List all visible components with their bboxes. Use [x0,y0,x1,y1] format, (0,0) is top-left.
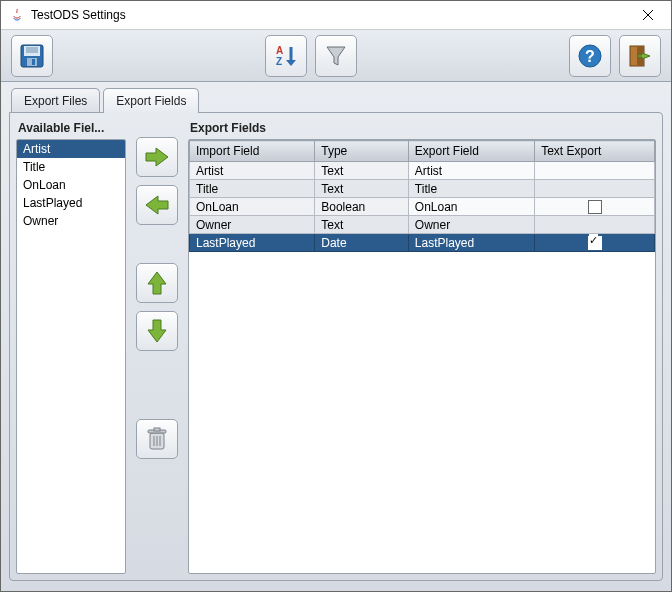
export-fields-table-wrap[interactable]: Import FieldTypeExport FieldText Export … [188,139,656,574]
close-icon [643,10,653,20]
svg-text:A: A [276,45,283,56]
svg-rect-8 [32,59,35,65]
sort-button[interactable]: A Z [265,35,307,77]
filter-button[interactable] [315,35,357,77]
cell-text-export[interactable] [535,234,655,252]
svg-marker-20 [146,148,168,166]
cell-text-export [535,162,655,180]
cell-type: Text [315,180,409,198]
export-fields-panel: Available Fiel... ArtistTitleOnLoanLastP… [9,112,663,581]
svg-text:Z: Z [276,56,282,67]
exit-icon [627,43,653,69]
window-title: TestODS Settings [31,8,633,22]
filter-icon [323,43,349,69]
tab-export-files[interactable]: Export Files [11,88,100,113]
cell-export[interactable]: Owner [408,216,534,234]
cell-export[interactable]: Artist [408,162,534,180]
table-header-row: Import FieldTypeExport FieldText Export [190,141,655,162]
available-fields-title: Available Fiel... [18,121,126,135]
remove-field-button[interactable] [136,185,178,225]
title-bar: TestODS Settings [1,1,671,30]
save-button[interactable] [11,35,53,77]
sort-az-icon: A Z [273,43,299,69]
list-item[interactable]: Title [17,158,125,176]
cell-text-export [535,216,655,234]
list-item[interactable]: Artist [17,140,125,158]
arrow-left-icon [144,194,170,216]
svg-marker-12 [286,60,296,66]
cell-text-export [535,180,655,198]
save-icon [19,43,45,69]
cell-export[interactable]: OnLoan [408,198,534,216]
cell-export[interactable]: LastPlayed [408,234,534,252]
svg-marker-21 [146,196,168,214]
content-area: Export FilesExport Fields Available Fiel… [1,82,671,591]
table-row[interactable]: OwnerTextOwner [190,216,655,234]
table-row[interactable]: LastPlayedDateLastPlayed [190,234,655,252]
arrow-down-icon [146,318,168,344]
export-fields-column: Export Fields Import FieldTypeExport Fie… [188,119,656,574]
list-item[interactable]: OnLoan [17,176,125,194]
svg-marker-22 [148,272,166,294]
trash-icon [146,427,168,451]
tab-row: Export FilesExport Fields [9,88,663,113]
list-item[interactable]: LastPlayed [17,194,125,212]
cell-text-export[interactable] [535,198,655,216]
column-header[interactable]: Import Field [190,141,315,162]
export-fields-table: Import FieldTypeExport FieldText Export … [189,140,655,252]
cell-import: Artist [190,162,315,180]
toolbar: A Z ? [1,30,671,82]
add-field-button[interactable] [136,137,178,177]
cell-import: OnLoan [190,198,315,216]
column-header[interactable]: Type [315,141,409,162]
column-header[interactable]: Text Export [535,141,655,162]
available-fields-column: Available Fiel... ArtistTitleOnLoanLastP… [16,119,126,574]
delete-button[interactable] [136,419,178,459]
move-down-button[interactable] [136,311,178,351]
cell-type: Text [315,216,409,234]
transfer-buttons-column [132,119,182,574]
move-up-button[interactable] [136,263,178,303]
cell-type: Date [315,234,409,252]
cell-type: Boolean [315,198,409,216]
table-row[interactable]: OnLoanBooleanOnLoan [190,198,655,216]
table-row[interactable]: ArtistTextArtist [190,162,655,180]
cell-type: Text [315,162,409,180]
cell-export[interactable]: Title [408,180,534,198]
java-icon [9,7,25,23]
checkbox-icon[interactable] [588,236,602,250]
export-fields-title: Export Fields [190,121,656,135]
arrow-right-icon [144,146,170,168]
available-fields-list[interactable]: ArtistTitleOnLoanLastPlayedOwner [16,139,126,574]
column-header[interactable]: Export Field [408,141,534,162]
list-item[interactable]: Owner [17,212,125,230]
svg-marker-13 [327,47,345,65]
table-row[interactable]: TitleTextTitle [190,180,655,198]
settings-window: TestODS Settings A Z [0,0,672,592]
svg-marker-23 [148,320,166,342]
exit-button[interactable] [619,35,661,77]
cell-import: Title [190,180,315,198]
checkbox-icon[interactable] [588,200,602,214]
cell-import: LastPlayed [190,234,315,252]
arrow-up-icon [146,270,168,296]
close-button[interactable] [633,5,663,25]
help-button[interactable]: ? [569,35,611,77]
tab-export-fields[interactable]: Export Fields [103,88,199,113]
svg-text:?: ? [585,48,595,65]
svg-rect-26 [154,428,160,431]
cell-import: Owner [190,216,315,234]
help-icon: ? [577,43,603,69]
